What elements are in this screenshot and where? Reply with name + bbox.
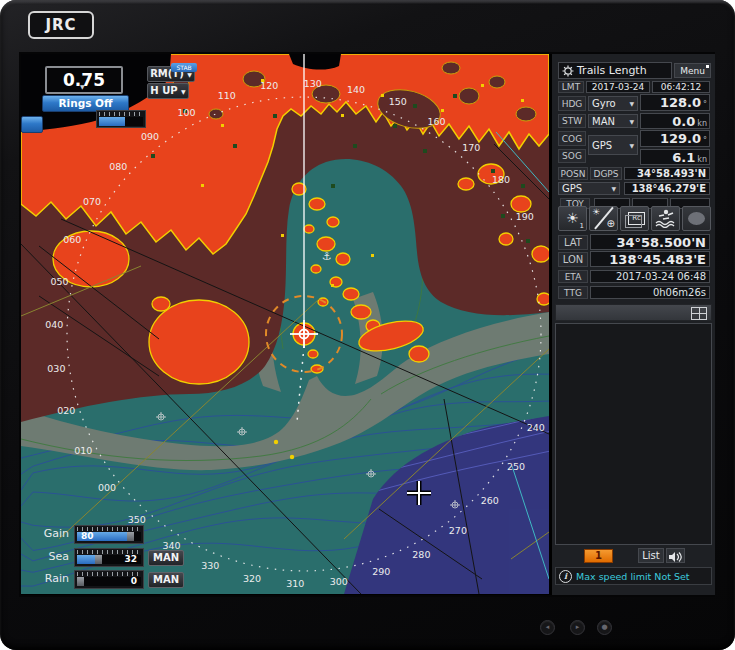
posn-lat: 34°58.493'N — [624, 167, 710, 180]
hdg-label: HDG — [558, 96, 586, 111]
slider-fill — [99, 117, 125, 126]
posn-source-select[interactable]: GPS▼ — [558, 182, 620, 195]
day-night-button[interactable]: ☀ ⊕ — [589, 206, 618, 231]
screen: 0000100200300400500600700800901001101201… — [21, 54, 713, 595]
stw-source: MAN — [592, 116, 615, 127]
hdg-value-box: 128.0° — [640, 94, 710, 111]
brilliance-button[interactable]: ☀ 1 — [558, 206, 587, 231]
brilliance-sun-icon: ☀ — [566, 210, 579, 226]
svg-text:080: 080 — [109, 161, 127, 172]
svg-text:280: 280 — [412, 549, 430, 560]
bezel-button-power[interactable]: ● — [597, 620, 612, 635]
svg-text:110: 110 — [218, 90, 236, 101]
posn-label: POSN — [558, 167, 588, 180]
alert-message-bar[interactable]: i Max speed limit Not Set — [555, 567, 712, 585]
sea-slider[interactable]: 32 — [74, 548, 144, 567]
menu-label: Menu — [680, 66, 705, 76]
mob-icon — [653, 207, 678, 228]
sog-value: 6.1 — [672, 150, 695, 165]
orientation-label: H UP — [150, 85, 177, 96]
alert-count-button[interactable]: 1 — [584, 549, 613, 563]
orientation-caret-icon: ▼ — [181, 88, 186, 95]
svg-text:070: 070 — [83, 196, 101, 207]
svg-text:150: 150 — [389, 96, 407, 107]
sog-unit: kn — [697, 155, 707, 164]
orientation-button[interactable]: H UP ▼ — [147, 83, 189, 99]
trackball-button[interactable] — [682, 206, 711, 231]
target-info-area[interactable] — [555, 323, 712, 545]
grid-view-icon[interactable] — [691, 307, 707, 320]
svg-text:060: 060 — [63, 234, 81, 245]
rain-slider[interactable]: 0 — [74, 570, 144, 589]
svg-text:290: 290 — [372, 566, 390, 577]
slider-ticks — [99, 112, 143, 116]
svg-text:250: 250 — [507, 461, 525, 472]
svg-text:260: 260 — [481, 495, 499, 506]
bezel-highlight — [0, 0, 735, 4]
alert-list-button[interactable]: List — [638, 548, 664, 563]
gain-handle[interactable] — [127, 532, 134, 541]
svg-text:030: 030 — [47, 363, 65, 374]
motion-mode-caret-icon: ▼ — [187, 71, 192, 78]
svg-text:240: 240 — [527, 422, 545, 433]
nav-source-caret-icon: ▼ — [629, 142, 634, 149]
svg-text:270: 270 — [449, 525, 467, 536]
bezel-button-left[interactable]: ◂ — [540, 620, 555, 635]
monitor-bezel: JRC ◂ ▸ ● — [0, 0, 735, 650]
svg-text:120: 120 — [260, 80, 278, 91]
day-sun-icon: ☀ — [592, 207, 600, 217]
nav-source: GPS — [592, 140, 612, 151]
eta-label: ETA — [558, 270, 588, 283]
cursor-lat-label: LAT — [558, 235, 588, 250]
alert-message: Max speed limit Not Set — [576, 571, 690, 582]
night-crosshair-icon: ⊕ — [607, 218, 615, 229]
ttg-label: TTG — [558, 286, 588, 299]
menu-indicator-dot — [706, 65, 709, 68]
svg-text:050: 050 — [50, 276, 68, 287]
chart-display-button[interactable]: Rc — [620, 206, 649, 231]
svg-text:140: 140 — [347, 84, 365, 95]
lmt-date[interactable]: 2017-03-24 — [586, 81, 650, 93]
posn-caret-icon: ▼ — [611, 185, 616, 192]
svg-text:320: 320 — [243, 573, 261, 584]
edge-blue-chip[interactable] — [21, 116, 43, 133]
lmt-time[interactable]: 06:42:12 — [652, 81, 710, 93]
sog-label: SOG — [558, 149, 586, 163]
posn-lon: 138°46.279'E — [624, 182, 710, 195]
trails-length-button[interactable]: Trails Length — [558, 62, 672, 79]
target-toolbar — [555, 304, 712, 321]
hdg-source-select[interactable]: Gyro▼ — [588, 96, 638, 111]
trail-slider[interactable] — [96, 110, 146, 128]
sea-handle[interactable] — [95, 555, 102, 564]
speaker-button[interactable] — [666, 548, 685, 563]
menu-button[interactable]: Menu — [674, 63, 711, 78]
range-scale-button[interactable]: 0.75 NM ▼ — [45, 66, 123, 94]
svg-text:160: 160 — [427, 116, 445, 127]
bezel-button-right[interactable]: ▸ — [570, 620, 585, 635]
svg-text:190: 190 — [516, 211, 534, 222]
rain-mode-button[interactable]: MAN — [148, 572, 184, 588]
sog-value-box: 6.1kn — [640, 149, 710, 165]
cursor-lat-value: 34°58.500'N — [590, 234, 710, 250]
brand-logo: JRC — [28, 11, 94, 39]
stw-source-select[interactable]: MAN▼ — [588, 114, 638, 128]
sea-mode-button[interactable]: MAN — [148, 550, 184, 566]
gain-slider[interactable]: 80 — [74, 525, 144, 544]
gain-value: 80 — [81, 531, 94, 542]
lmt-label: LMT — [558, 81, 584, 93]
radar-chart-image: 0000100200300400500600700800901001101201… — [21, 54, 549, 594]
cursor-lon-value: 138°45.483'E — [590, 251, 710, 267]
mob-button[interactable] — [651, 206, 680, 231]
svg-text:000: 000 — [98, 482, 116, 493]
rain-handle[interactable] — [77, 577, 84, 586]
radar-chart-area[interactable]: 0000100200300400500600700800901001101201… — [21, 54, 549, 594]
eta-value: 2017-03-24 06:48 — [590, 270, 710, 283]
svg-text:170: 170 — [462, 142, 480, 153]
svg-text:130: 130 — [304, 78, 322, 89]
anchorage-symbols: ⚓ — [322, 250, 332, 263]
cog-label: COG — [558, 131, 586, 146]
nav-source-select[interactable]: GPS▼ — [588, 135, 638, 155]
chart-rc-icon-back — [625, 215, 642, 228]
hdg-source: Gyro — [592, 98, 616, 109]
posn-lon-source: GPS — [562, 183, 582, 194]
